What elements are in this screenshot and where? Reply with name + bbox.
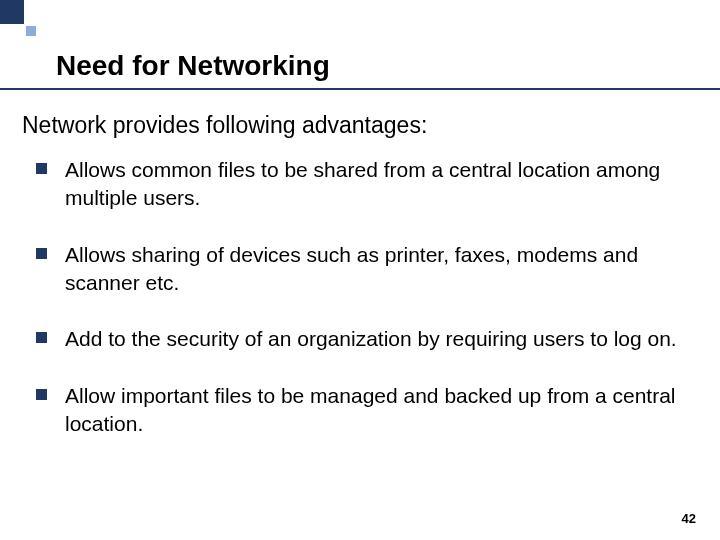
square-icon bbox=[0, 0, 24, 24]
bullet-icon bbox=[36, 163, 47, 174]
bullet-icon bbox=[36, 332, 47, 343]
list-item: Allows common files to be shared from a … bbox=[36, 156, 680, 213]
square-icon bbox=[26, 26, 36, 36]
title-bar: Need for Networking bbox=[0, 42, 720, 90]
bullet-icon bbox=[36, 389, 47, 400]
slide-title: Need for Networking bbox=[56, 50, 330, 82]
list-item-text: Allows common files to be shared from a … bbox=[65, 156, 680, 213]
bullet-list: Allows common files to be shared from a … bbox=[36, 156, 680, 466]
list-item: Add to the security of an organization b… bbox=[36, 325, 680, 353]
list-item-text: Add to the security of an organization b… bbox=[65, 325, 677, 353]
list-item-text: Allow important files to be managed and … bbox=[65, 382, 680, 439]
list-item: Allows sharing of devices such as printe… bbox=[36, 241, 680, 298]
intro-text: Network provides following advantages: bbox=[22, 112, 427, 139]
bullet-icon bbox=[36, 248, 47, 259]
page-number: 42 bbox=[682, 511, 696, 526]
list-item-text: Allows sharing of devices such as printe… bbox=[65, 241, 680, 298]
list-item: Allow important files to be managed and … bbox=[36, 382, 680, 439]
presentation-slide: Need for Networking Network provides fol… bbox=[0, 0, 720, 540]
corner-decoration bbox=[0, 0, 70, 38]
